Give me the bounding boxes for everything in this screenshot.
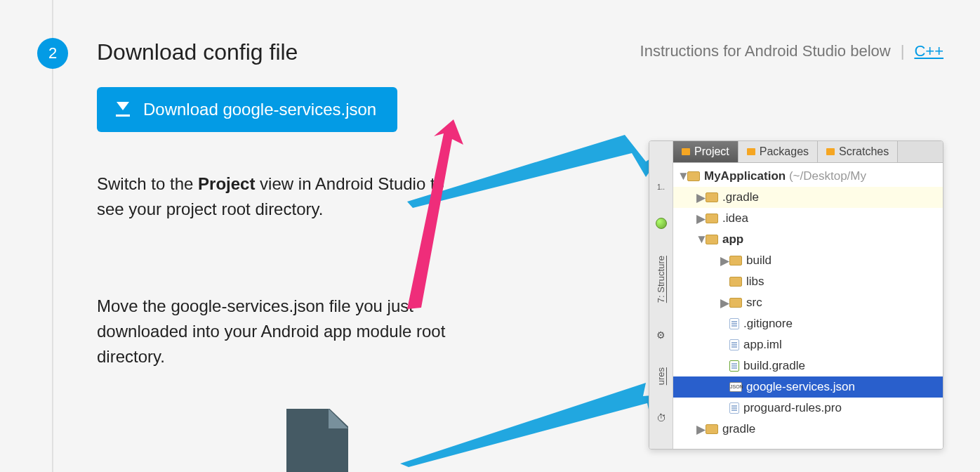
android-studio-screenshot: 1.. 7: Structure ⚙ ures ⏱ Project Packag… [649, 140, 943, 450]
tree-label: build.gradle [743, 359, 805, 373]
folder-icon [729, 298, 742, 308]
download-config-button[interactable]: Download google-services.json [97, 87, 397, 132]
project-icon [687, 171, 700, 181]
tree-label: gradle [722, 422, 755, 436]
cpp-link[interactable]: C++ [914, 42, 943, 60]
tree-item-build-gradle[interactable]: build.gradle [673, 355, 943, 376]
file-icon [729, 339, 739, 350]
tree-item-gitignore[interactable]: .gitignore [673, 313, 943, 334]
file-icon [729, 318, 739, 329]
tree-label: src [746, 296, 762, 310]
gutter-label: 1.. [657, 183, 665, 191]
instruction-paragraph-1: Switch to the Project view in Android St… [97, 171, 476, 222]
tree-item-app-iml[interactable]: app.iml [673, 334, 943, 355]
svg-marker-1 [400, 383, 677, 467]
ide-tab-packages[interactable]: Packages [739, 141, 818, 162]
tree-item-gradle-dir[interactable]: ▶.gradle [673, 187, 943, 208]
tree-label: build [746, 254, 772, 268]
ide-tab-scratches[interactable]: Scratches [818, 141, 898, 162]
tree-label: .gitignore [743, 317, 793, 331]
gutter-structure-label: 7: Structure [656, 256, 666, 303]
text-divider: | [901, 42, 905, 60]
expand-arrow-icon: ▶ [696, 422, 706, 437]
gradle-file-icon [729, 360, 739, 372]
folder-icon [729, 277, 742, 287]
folder-icon [682, 148, 690, 155]
tree-label: .idea [722, 211, 748, 225]
download-button-label: Download google-services.json [143, 100, 376, 119]
file-icon [729, 402, 739, 414]
tree-item-gradle-dir2[interactable]: ▶gradle [673, 419, 943, 440]
tree-item-google-services-json[interactable]: google-services.json [673, 376, 943, 398]
tree-item-libs[interactable]: libs [673, 271, 943, 292]
tree-item-idea-dir[interactable]: ▶.idea [673, 208, 943, 229]
tree-label: MyApplication [704, 169, 786, 183]
paragraph-text: Switch to the [97, 174, 198, 193]
tree-label: .gradle [722, 190, 759, 204]
ide-tab-project[interactable]: Project [673, 141, 739, 162]
expand-arrow-icon: ▶ [720, 296, 729, 310]
annotation-arrow-bottom [393, 379, 688, 471]
folder-icon [826, 148, 835, 155]
tree-path-dim: (~/Desktop/My [789, 169, 866, 183]
tree-label: libs [746, 275, 764, 289]
header-right: Instructions for Android Studio below | … [640, 42, 943, 60]
folder-icon [706, 192, 718, 202]
tab-label: Project [694, 145, 729, 158]
folder-icon [706, 214, 718, 223]
tree-label: proguard-rules.pro [743, 401, 842, 415]
gutter-dot-icon [656, 218, 667, 229]
tree-item-build[interactable]: ▶build [673, 250, 943, 271]
expand-arrow-icon: ▶ [696, 211, 706, 226]
ide-tabs: Project Packages Scratches [673, 141, 943, 163]
tree-item-proguard[interactable]: proguard-rules.pro [673, 398, 943, 419]
expand-arrow-icon: ▶ [696, 190, 706, 205]
json-file-icon [729, 382, 742, 392]
gutter-captures-label: ures [656, 367, 666, 385]
tree-label: app [722, 232, 743, 247]
download-icon [114, 100, 132, 119]
expand-arrow-icon: ▼ [677, 169, 687, 183]
folder-icon [706, 424, 718, 434]
folder-icon [729, 256, 742, 266]
step-number-badge: 2 [37, 38, 68, 69]
instructions-label: Instructions for Android Studio below [640, 42, 891, 60]
ide-left-gutter: 1.. 7: Structure ⚙ ures ⏱ [649, 141, 673, 449]
tab-label: Packages [760, 145, 809, 158]
expand-arrow-icon: ▶ [720, 254, 729, 268]
stepper-line [52, 0, 53, 472]
file-illustration-icon [286, 409, 348, 472]
folder-icon [747, 148, 755, 155]
tree-item-src[interactable]: ▶src [673, 292, 943, 313]
instruction-paragraph-2: Move the google-services.json file you j… [97, 294, 476, 369]
tree-label: google-services.json [746, 380, 855, 394]
paragraph-bold: Project [198, 174, 255, 193]
tab-label: Scratches [839, 145, 889, 158]
step-title: Download config file [97, 39, 298, 65]
expand-arrow-icon: ▼ [696, 232, 706, 247]
tree-root[interactable]: ▼ MyApplication (~/Desktop/My [673, 166, 943, 187]
tree-label: app.iml [743, 338, 782, 352]
tree-item-app-dir[interactable]: ▼app [673, 229, 943, 250]
folder-icon [706, 235, 718, 244]
ide-project-tree: ▼ MyApplication (~/Desktop/My ▶.gradle ▶… [673, 163, 943, 449]
